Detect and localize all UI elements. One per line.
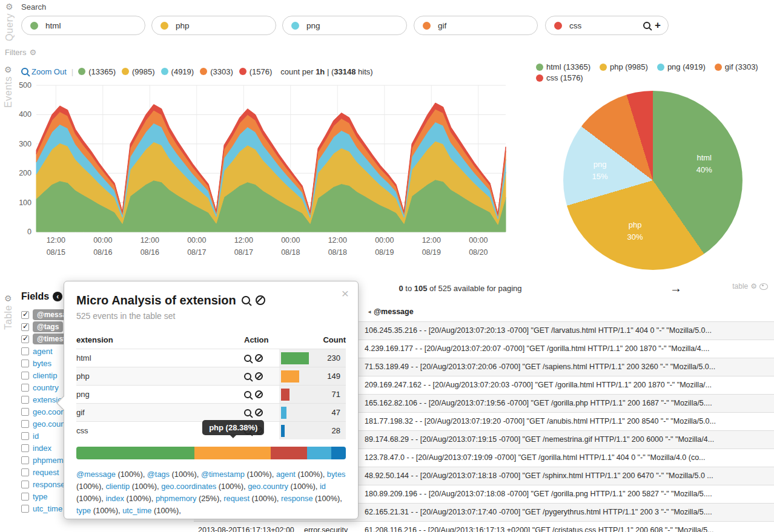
query-input[interactable]: png — [306, 21, 399, 30]
field-link[interactable]: request — [33, 468, 59, 477]
distribution-segment-png[interactable] — [271, 447, 307, 459]
completeness-field-link[interactable]: utc_time — [122, 506, 151, 515]
term-distribution-bar[interactable] — [76, 447, 346, 459]
collapse-fields-icon[interactable]: ‹ — [53, 292, 62, 301]
events-histogram[interactable]: 010020030040050012:0008/1500:0008/1612:0… — [0, 81, 521, 263]
field-link[interactable]: type — [33, 492, 48, 501]
checkbox[interactable] — [21, 456, 29, 464]
query-input[interactable]: html — [45, 21, 137, 30]
field-item[interactable]: utc_time — [21, 502, 70, 514]
filters-row[interactable]: Filters ⚙ — [5, 48, 36, 57]
checkbox[interactable] — [21, 372, 29, 379]
field-item-selected[interactable]: @tags — [21, 321, 70, 333]
exclude-icon[interactable] — [255, 372, 263, 380]
exclude-icon[interactable] — [255, 390, 263, 398]
field-badge[interactable]: @tags — [33, 321, 63, 332]
completeness-field-link[interactable]: type — [76, 506, 91, 515]
completeness-field-link[interactable]: response — [281, 494, 313, 503]
column-header-message[interactable]: ◄ @message — [367, 307, 414, 316]
table-row[interactable]: 2013-08-20T16:17:13+02:00error,security6… — [194, 521, 774, 532]
field-link[interactable]: response — [33, 480, 65, 489]
events-panel-gear-icon[interactable]: ⚙ — [4, 65, 12, 74]
query-panel-gear-icon[interactable]: ⚙ — [5, 2, 13, 11]
query-color-dot[interactable] — [423, 22, 431, 30]
completeness-field-link[interactable]: agent — [276, 470, 296, 479]
query-input[interactable]: css — [569, 21, 643, 30]
completeness-field-link[interactable]: bytes — [327, 470, 346, 479]
field-link[interactable]: index — [33, 444, 51, 453]
field-item[interactable]: phpmemory — [21, 454, 70, 466]
field-link[interactable]: utc_time — [33, 504, 62, 513]
distribution-segment-php[interactable] — [194, 447, 271, 459]
field-link[interactable]: country — [33, 383, 59, 392]
checkbox[interactable] — [21, 408, 29, 416]
completeness-field-link[interactable]: geo.country — [248, 482, 288, 491]
checkbox-checked[interactable] — [21, 311, 29, 319]
search-icon[interactable] — [242, 296, 250, 304]
table-config-gear-icon[interactable]: ⚙ — [750, 282, 757, 291]
checkbox[interactable] — [21, 505, 29, 513]
search-icon[interactable] — [244, 355, 251, 362]
field-item[interactable]: agent — [21, 345, 70, 357]
field-item[interactable]: clientip — [21, 369, 70, 381]
field-link[interactable]: clientip — [33, 371, 57, 380]
next-page-arrow-icon[interactable]: → — [670, 281, 682, 295]
checkbox[interactable] — [21, 384, 29, 392]
completeness-field-link[interactable]: @timestamp — [201, 470, 245, 479]
query-input[interactable]: php — [176, 21, 268, 30]
field-item-selected[interactable]: @message — [21, 309, 70, 321]
checkbox[interactable] — [21, 432, 29, 440]
field-item[interactable]: request — [21, 466, 70, 478]
field-link[interactable]: bytes — [33, 359, 51, 368]
query-input[interactable]: gif — [438, 21, 530, 30]
field-item[interactable]: type — [21, 490, 70, 502]
checkbox[interactable] — [21, 493, 29, 501]
search-icon[interactable] — [244, 373, 251, 380]
completeness-field-link[interactable]: clientip — [105, 482, 130, 491]
search-icon[interactable] — [244, 409, 251, 416]
field-item-selected[interactable]: @timestamp — [21, 333, 70, 345]
exclude-icon[interactable] — [255, 409, 263, 416]
checkbox[interactable] — [21, 360, 29, 367]
checkbox[interactable] — [21, 481, 29, 488]
exclude-icon[interactable] — [256, 295, 265, 305]
query-pill-gif[interactable]: gif — [414, 16, 538, 35]
completeness-field-link[interactable]: index — [105, 494, 124, 503]
add-query-icon[interactable]: + — [655, 22, 661, 28]
query-color-dot[interactable] — [291, 22, 299, 30]
checkbox-checked[interactable] — [21, 335, 29, 343]
field-link[interactable]: id — [33, 432, 39, 441]
checkbox[interactable] — [21, 468, 29, 476]
query-pill-html[interactable]: html — [21, 16, 145, 35]
query-color-dot[interactable] — [30, 22, 38, 30]
field-item[interactable]: index — [21, 442, 70, 454]
distribution-segment-html[interactable] — [76, 447, 194, 459]
table-inspect-eye-icon[interactable] — [759, 283, 768, 290]
completeness-field-link[interactable]: @tags — [147, 470, 170, 479]
query-color-dot[interactable] — [554, 22, 562, 30]
checkbox[interactable] — [21, 396, 29, 404]
exclude-icon[interactable] — [255, 354, 263, 362]
distribution-segment-css[interactable] — [331, 447, 346, 459]
distribution-segment-gif[interactable] — [307, 447, 331, 459]
query-pill-php[interactable]: php — [151, 16, 276, 35]
field-link[interactable]: agent — [33, 347, 53, 356]
table-panel-gear-icon[interactable]: ⚙ — [4, 294, 12, 303]
completeness-field-link[interactable]: request — [223, 494, 250, 503]
query-pill-css[interactable]: css+ — [545, 16, 669, 35]
completeness-field-link[interactable]: phpmemory — [156, 494, 197, 503]
extension-pie-chart[interactable]: html40%php30%png15% — [563, 91, 743, 270]
checkbox-checked[interactable] — [21, 323, 29, 331]
search-icon[interactable] — [244, 391, 251, 398]
histogram-svg[interactable]: 010020030040050012:0008/1500:0008/1612:0… — [0, 81, 521, 263]
completeness-field-link[interactable]: geo.coordinates — [161, 482, 216, 491]
query-color-dot[interactable] — [160, 22, 168, 30]
field-item[interactable]: country — [21, 381, 70, 393]
checkbox[interactable] — [21, 347, 29, 355]
query-pill-png[interactable]: png — [282, 16, 407, 35]
completeness-field-link[interactable]: @message — [76, 470, 116, 479]
field-item[interactable]: response — [21, 478, 70, 490]
search-icon[interactable] — [643, 22, 650, 29]
close-icon[interactable]: × — [342, 286, 349, 301]
field-item[interactable]: id — [21, 430, 70, 442]
